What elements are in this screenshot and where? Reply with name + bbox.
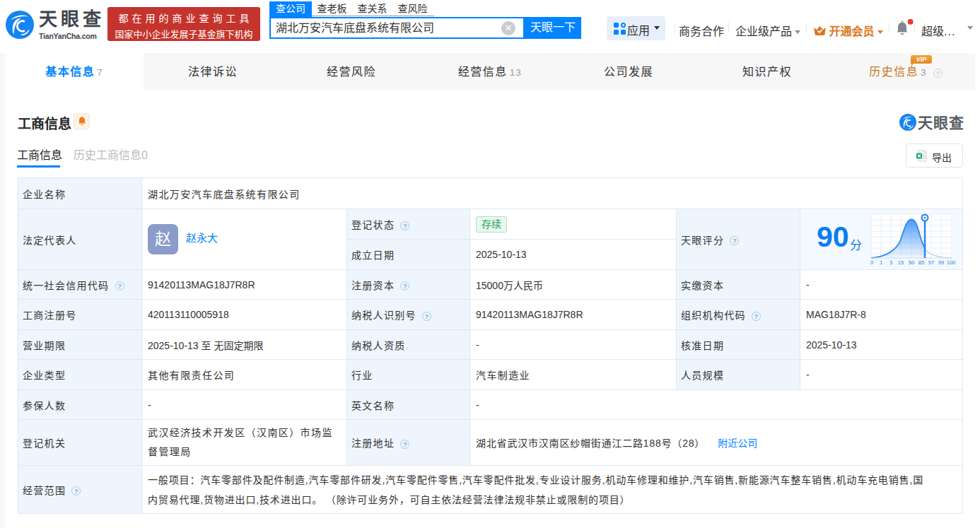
svg-text:1: 1 xyxy=(880,259,882,266)
svg-text:100: 100 xyxy=(947,259,956,266)
svg-text:50: 50 xyxy=(909,259,914,266)
svg-text:99: 99 xyxy=(938,259,944,266)
svg-text:天眼查: 天眼查 xyxy=(918,115,964,131)
svg-text:85: 85 xyxy=(918,259,924,266)
svg-text:3: 3 xyxy=(889,259,892,266)
svg-text:15: 15 xyxy=(898,259,904,266)
svg-text:97: 97 xyxy=(928,259,934,266)
svg-text:0: 0 xyxy=(870,259,873,266)
